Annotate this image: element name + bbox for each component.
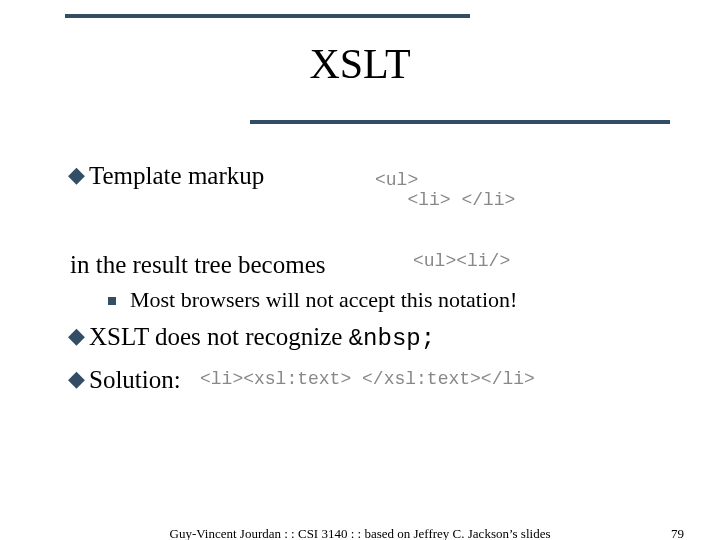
- diamond-bullet-icon: ◆: [68, 160, 85, 190]
- diamond-bullet-icon: ◆: [68, 321, 85, 351]
- line-result-tree: in the result tree becomes: [70, 249, 668, 280]
- bullet-text: Template markup: [89, 160, 264, 191]
- bullet-template-markup: ◆ Template markup: [68, 160, 668, 191]
- sub-bullet-text: Most browsers will not accept this notat…: [130, 287, 517, 313]
- page-number: 79: [671, 526, 684, 540]
- footer-attribution: Guy-Vincent Jourdan : : CSI 3140 : : bas…: [0, 526, 720, 540]
- mid-rule-decoration: [250, 120, 670, 124]
- bullet-nbsp: ◆ XSLT does not recognize &nbsp;: [68, 321, 668, 354]
- square-bullet-icon: [108, 297, 116, 305]
- line-text: in the result tree becomes: [70, 249, 325, 280]
- sub-bullet-browsers: Most browsers will not accept this notat…: [108, 287, 668, 313]
- bullet-text: Solution:: [89, 364, 181, 395]
- top-rule-decoration: [65, 14, 470, 18]
- content-area: ◆ Template markup in the result tree bec…: [68, 160, 668, 395]
- slide: XSLT <ul> <li> </li> <ul><li/> <li><xsl:…: [0, 0, 720, 540]
- bullet-solution: ◆ Solution:: [68, 364, 668, 395]
- diamond-bullet-icon: ◆: [68, 364, 85, 394]
- slide-title: XSLT: [0, 40, 720, 88]
- bullet-text: XSLT does not recognize &nbsp;: [89, 321, 435, 354]
